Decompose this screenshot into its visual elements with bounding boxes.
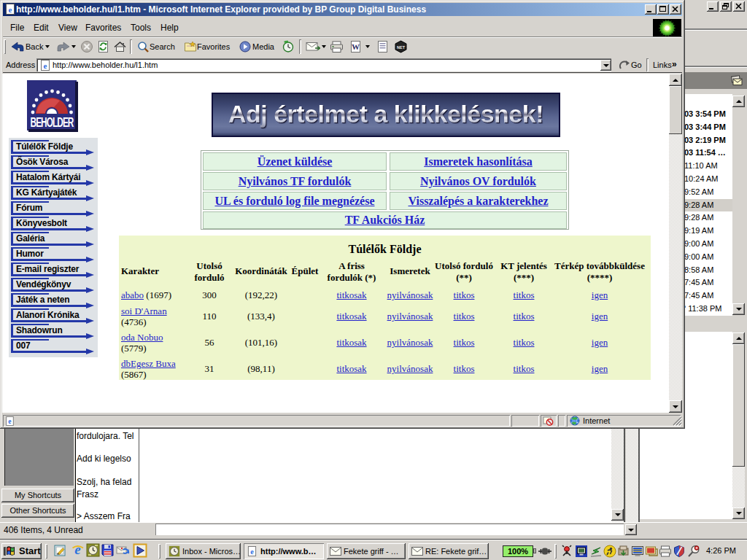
svg-text:e: e: [44, 61, 47, 70]
svg-text:e: e: [8, 418, 11, 425]
svg-text:e: e: [74, 543, 81, 557]
svg-text:W: W: [352, 42, 360, 51]
svg-text:NET: NET: [397, 45, 406, 50]
svg-text:BEHOLDER: BEHOLDER: [31, 115, 74, 130]
svg-text:e: e: [9, 5, 12, 14]
svg-text:e: e: [250, 548, 254, 556]
